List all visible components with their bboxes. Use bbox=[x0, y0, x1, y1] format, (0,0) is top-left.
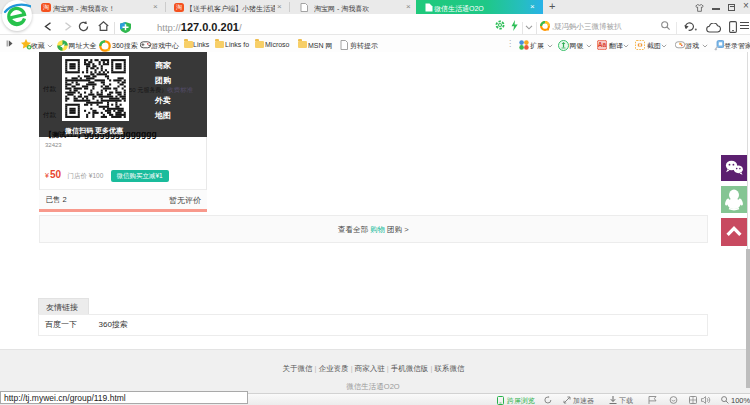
svg-text:Aa: Aa bbox=[598, 41, 607, 48]
